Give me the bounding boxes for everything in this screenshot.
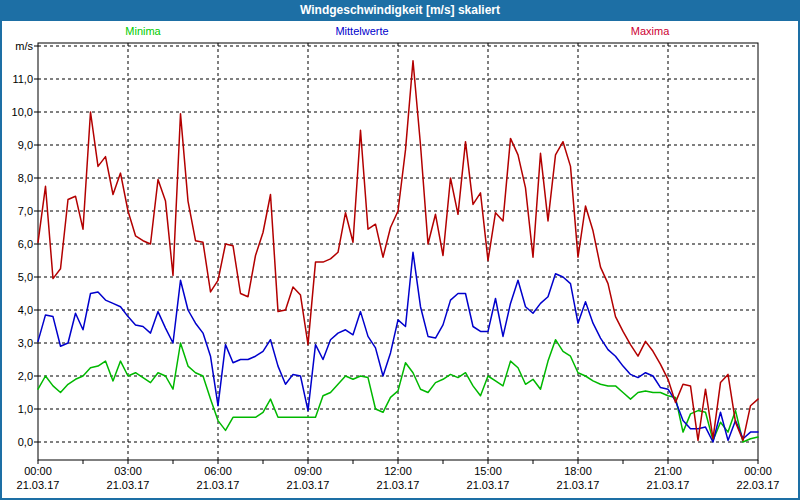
title-bar: Windgeschwindigkeit [m/s] skaliert [0,0,800,21]
chart-legend: Minima Mittelwerte Maxima [0,25,800,39]
y-axis-labels: 0,01,02,03,04,05,06,07,08,09,010,011,0m/… [12,40,34,448]
svg-text:06:00: 06:00 [204,465,232,477]
svg-text:3,0: 3,0 [18,337,33,349]
svg-text:15:00: 15:00 [474,465,502,477]
legend-minima: Minima [125,25,160,37]
svg-text:09:00: 09:00 [294,465,322,477]
axis-ticks [34,46,758,464]
legend-mittelwerte: Mittelwerte [335,25,388,37]
svg-text:22.03.17: 22.03.17 [737,479,780,491]
svg-text:21:00: 21:00 [654,465,682,477]
svg-text:8,0: 8,0 [18,172,33,184]
svg-text:00:00: 00:00 [744,465,772,477]
svg-text:10,0: 10,0 [12,106,33,118]
svg-text:21.03.17: 21.03.17 [17,479,60,491]
svg-text:0,0: 0,0 [18,436,33,448]
page-title: Windgeschwindigkeit [m/s] skaliert [300,3,500,17]
gridlines [38,43,758,460]
svg-text:5,0: 5,0 [18,271,33,283]
wind-speed-chart: 0,01,02,03,04,05,06,07,08,09,010,011,0m/… [0,0,800,500]
legend-maxima: Maxima [631,25,670,37]
svg-text:21.03.17: 21.03.17 [377,479,420,491]
svg-text:21.03.17: 21.03.17 [467,479,510,491]
app-window: Windgeschwindigkeit [m/s] skaliert Minim… [0,0,800,500]
svg-text:6,0: 6,0 [18,238,33,250]
svg-text:00:00: 00:00 [24,465,52,477]
svg-text:18:00: 18:00 [564,465,592,477]
svg-text:12:00: 12:00 [384,465,412,477]
svg-text:03:00: 03:00 [114,465,142,477]
svg-text:7,0: 7,0 [18,205,33,217]
svg-text:21.03.17: 21.03.17 [647,479,690,491]
svg-text:1,0: 1,0 [18,403,33,415]
x-axis-labels: 00:0021.03.1703:0021.03.1706:0021.03.170… [17,465,780,491]
svg-text:2,0: 2,0 [18,370,33,382]
svg-text:21.03.17: 21.03.17 [107,479,150,491]
svg-text:4,0: 4,0 [18,304,33,316]
svg-text:9,0: 9,0 [18,139,33,151]
y-axis-unit-label: m/s [15,40,33,52]
svg-text:21.03.17: 21.03.17 [287,479,330,491]
svg-text:11,0: 11,0 [12,73,33,85]
svg-text:21.03.17: 21.03.17 [557,479,600,491]
svg-text:21.03.17: 21.03.17 [197,479,240,491]
